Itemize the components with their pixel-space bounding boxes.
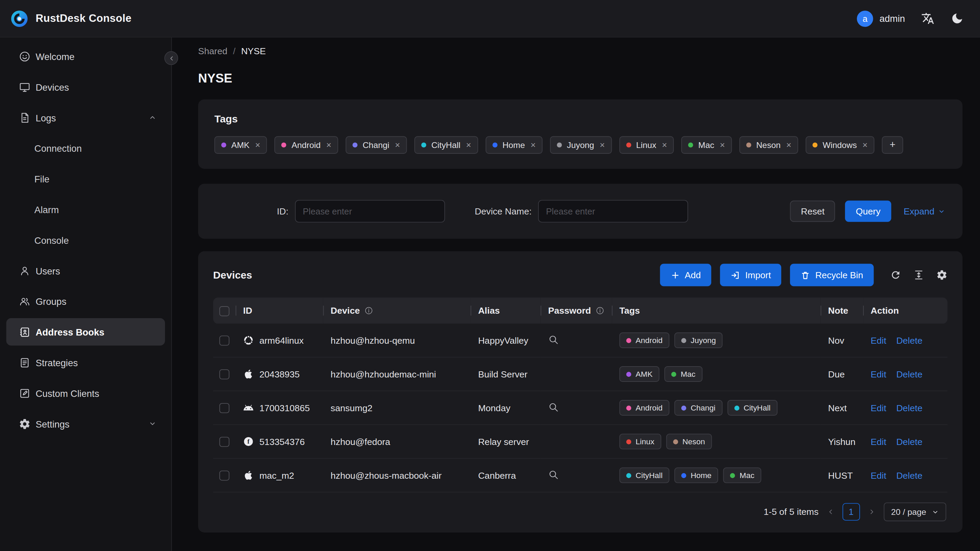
delete-link[interactable]: Delete	[896, 470, 923, 480]
sidebar-item-strategies[interactable]: Strategies	[6, 349, 165, 376]
id-filter-group: ID:	[277, 200, 445, 223]
import-button[interactable]: Import	[720, 264, 781, 286]
edit-link[interactable]: Edit	[870, 335, 886, 345]
query-button[interactable]: Query	[845, 201, 891, 221]
tag-color-dot	[221, 143, 226, 148]
tag-label: Home	[690, 471, 711, 480]
table-row: arm64linux hzhou@hzhou-qemu HappyValley …	[213, 323, 948, 357]
devices-header: Devices Add Import	[213, 264, 948, 286]
tag-color-dot	[627, 439, 632, 444]
app-title: RustDesk Console	[35, 12, 131, 25]
sidebar-item-console[interactable]: Console	[6, 226, 165, 254]
delete-link[interactable]: Delete	[896, 369, 923, 379]
id-input[interactable]	[294, 200, 445, 223]
username: admin	[880, 13, 905, 24]
sidebar-item-address-books[interactable]: Address Books	[6, 318, 165, 346]
password-view-icon[interactable]	[548, 334, 558, 345]
refresh-icon[interactable]	[890, 269, 901, 280]
tag-close-icon[interactable]: ×	[531, 140, 536, 149]
row-checkbox[interactable]	[219, 369, 229, 379]
page-number-1[interactable]: 1	[842, 503, 860, 520]
chevron-up-icon	[149, 114, 156, 121]
row-checkbox[interactable]	[219, 336, 229, 346]
page-size-select[interactable]: 20 / page	[883, 503, 946, 521]
add-device-button[interactable]: Add	[660, 264, 712, 286]
sidebar-item-alarm[interactable]: Alarm	[6, 196, 165, 223]
sidebar-item-users[interactable]: Users	[6, 257, 165, 284]
edit-link[interactable]: Edit	[870, 470, 886, 480]
tag-label: Changi	[363, 140, 389, 149]
tag-color-dot	[681, 338, 686, 343]
row-checkbox[interactable]	[219, 437, 229, 447]
add-tag-button[interactable]: +	[882, 136, 903, 154]
edit-square-icon	[19, 387, 31, 399]
recycle-bin-button[interactable]: Recycle Bin	[791, 264, 874, 286]
device-tag-chip: Neson	[666, 434, 712, 449]
breadcrumb-shared[interactable]: Shared	[198, 46, 228, 56]
sidebar-item-custom-clients[interactable]: Custom Clients	[6, 379, 165, 407]
password-view-icon[interactable]	[548, 469, 558, 480]
breadcrumb-separator: /	[233, 46, 235, 56]
filter-actions: Reset Query Expand	[791, 201, 945, 221]
device-note: Nov	[828, 335, 844, 345]
device-alias: HappyValley	[478, 335, 528, 345]
tag-close-icon[interactable]: ×	[255, 140, 260, 149]
tag-color-dot	[626, 143, 631, 148]
tag-color-dot	[671, 372, 676, 377]
sidebar-item-file[interactable]: File	[6, 165, 165, 193]
plus-icon	[670, 271, 679, 280]
chevron-right-icon	[868, 508, 875, 516]
sidebar-item-groups[interactable]: Groups	[6, 287, 165, 315]
prev-page-button[interactable]	[827, 508, 834, 516]
tag-color-dot	[353, 143, 358, 148]
sidebar-item-welcome[interactable]: Welcome	[6, 43, 165, 70]
language-translate-icon[interactable]	[921, 12, 934, 25]
tag-close-icon[interactable]: ×	[600, 140, 605, 149]
password-view-icon[interactable]	[548, 402, 558, 412]
tag-close-icon[interactable]: ×	[720, 140, 725, 149]
tags-card: Tags AMK × Android × Changi × CityHall ×…	[198, 99, 963, 169]
device-name: sansumg2	[331, 403, 373, 412]
tag-chip: Juyong ×	[550, 136, 612, 154]
device-name: hzhou@zhous-macbook-air	[331, 470, 442, 480]
device-name-filter-group: Device Name:	[475, 200, 688, 223]
column-height-icon[interactable]	[913, 269, 924, 280]
edit-link[interactable]: Edit	[870, 436, 886, 446]
edit-link[interactable]: Edit	[870, 369, 886, 379]
device-tag-chip: CityHall	[619, 467, 669, 483]
sidebar-collapse-button[interactable]	[164, 51, 178, 65]
pagination-summary: 1-5 of 5 items	[764, 507, 819, 517]
sidebar-item-devices[interactable]: Devices	[6, 73, 165, 100]
tag-close-icon[interactable]: ×	[662, 140, 667, 149]
sidebar-item-logs[interactable]: Logs	[6, 104, 165, 131]
select-all-checkbox[interactable]	[219, 306, 229, 316]
delete-link[interactable]: Delete	[896, 403, 923, 412]
edit-link[interactable]: Edit	[870, 403, 886, 412]
column-header-action: Action	[870, 306, 899, 315]
user-icon	[19, 264, 31, 277]
user-menu[interactable]: a admin	[857, 10, 905, 27]
tag-chip: Home ×	[485, 136, 542, 154]
device-tag-chip: Juyong	[675, 333, 723, 348]
tag-close-icon[interactable]: ×	[786, 140, 791, 149]
table-settings-gear-icon[interactable]	[936, 269, 948, 280]
device-name-input[interactable]	[538, 200, 688, 223]
tag-close-icon[interactable]: ×	[395, 140, 400, 149]
tag-close-icon[interactable]: ×	[862, 140, 867, 149]
tag-close-icon[interactable]: ×	[326, 140, 331, 149]
tag-close-icon[interactable]: ×	[466, 140, 471, 149]
tag-color-dot	[730, 473, 735, 478]
dark-mode-moon-icon[interactable]	[951, 12, 964, 25]
delete-link[interactable]: Delete	[896, 436, 923, 446]
reset-button[interactable]: Reset	[791, 201, 835, 221]
row-checkbox[interactable]	[219, 471, 229, 481]
expand-toggle[interactable]: Expand	[904, 206, 945, 216]
sidebar-item-settings[interactable]: Settings	[6, 410, 165, 438]
chevron-left-icon	[168, 54, 175, 61]
row-checkbox[interactable]	[219, 403, 229, 413]
delete-link[interactable]: Delete	[896, 335, 923, 345]
sidebar-item-connection[interactable]: Connection	[6, 134, 165, 162]
next-page-button[interactable]	[868, 508, 875, 516]
tag-label: Juyong	[567, 140, 594, 149]
rustdesk-console-window: RustDesk Console a admin	[0, 0, 980, 551]
